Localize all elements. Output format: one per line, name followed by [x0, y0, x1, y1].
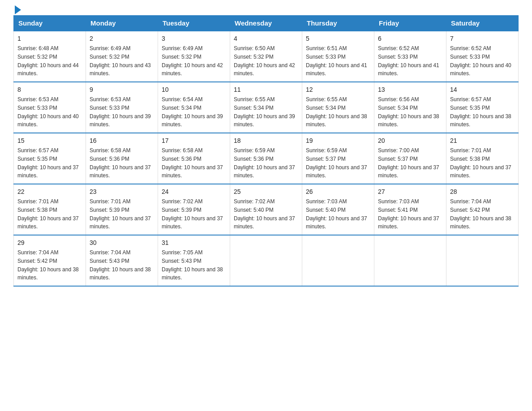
- day-info: Sunrise: 7:01 AMSunset: 5:39 PMDaylight:…: [90, 198, 151, 230]
- day-info: Sunrise: 6:51 AMSunset: 5:33 PMDaylight:…: [306, 45, 367, 77]
- day-number: 2: [90, 34, 154, 43]
- calendar-cell: 13Sunrise: 6:56 AMSunset: 5:34 PMDayligh…: [374, 82, 446, 133]
- day-number: 29: [17, 238, 82, 248]
- day-number: 11: [234, 85, 298, 94]
- day-info: Sunrise: 6:58 AMSunset: 5:36 PMDaylight:…: [90, 147, 151, 179]
- day-info: Sunrise: 7:05 AMSunset: 5:43 PMDaylight:…: [162, 249, 223, 281]
- calendar-cell: 4Sunrise: 6:50 AMSunset: 5:32 PMDaylight…: [230, 31, 302, 82]
- calendar-cell: 19Sunrise: 6:59 AMSunset: 5:37 PMDayligh…: [302, 133, 374, 184]
- day-header-saturday: Saturday: [446, 16, 519, 31]
- day-number: 14: [450, 85, 515, 94]
- day-info: Sunrise: 7:04 AMSunset: 5:42 PMDaylight:…: [450, 198, 511, 230]
- calendar-cell: 6Sunrise: 6:52 AMSunset: 5:33 PMDaylight…: [374, 31, 446, 82]
- day-info: Sunrise: 7:02 AMSunset: 5:40 PMDaylight:…: [234, 198, 295, 230]
- day-number: 7: [450, 34, 515, 43]
- calendar-table: SundayMondayTuesdayWednesdayThursdayFrid…: [13, 15, 519, 287]
- calendar-cell: 20Sunrise: 7:00 AMSunset: 5:37 PMDayligh…: [374, 133, 446, 184]
- calendar-cell: 26Sunrise: 7:03 AMSunset: 5:40 PMDayligh…: [302, 184, 374, 235]
- day-number: 23: [90, 187, 154, 197]
- calendar-cell: [446, 235, 519, 286]
- calendar-cell: [230, 235, 302, 286]
- calendar-cell: 25Sunrise: 7:02 AMSunset: 5:40 PMDayligh…: [230, 184, 302, 235]
- day-number: 30: [90, 238, 154, 248]
- day-header-friday: Friday: [374, 16, 446, 31]
- day-info: Sunrise: 6:48 AMSunset: 5:32 PMDaylight:…: [17, 45, 79, 77]
- calendar-week-row: 29Sunrise: 7:04 AMSunset: 5:42 PMDayligh…: [14, 235, 519, 286]
- day-number: 16: [90, 136, 154, 146]
- day-number: 12: [306, 85, 370, 94]
- day-number: 3: [162, 34, 226, 43]
- day-header-monday: Monday: [86, 16, 158, 31]
- day-number: 8: [17, 85, 82, 94]
- day-info: Sunrise: 7:03 AMSunset: 5:40 PMDaylight:…: [306, 198, 367, 230]
- day-info: Sunrise: 6:57 AMSunset: 5:35 PMDaylight:…: [450, 96, 511, 128]
- calendar-cell: 16Sunrise: 6:58 AMSunset: 5:36 PMDayligh…: [86, 133, 158, 184]
- day-info: Sunrise: 6:55 AMSunset: 5:34 PMDaylight:…: [306, 96, 367, 128]
- day-number: 1: [17, 34, 82, 43]
- calendar-cell: 7Sunrise: 6:52 AMSunset: 5:33 PMDaylight…: [446, 31, 519, 82]
- day-info: Sunrise: 6:53 AMSunset: 5:33 PMDaylight:…: [90, 96, 151, 128]
- calendar-cell: 11Sunrise: 6:55 AMSunset: 5:34 PMDayligh…: [230, 82, 302, 133]
- calendar-cell: 22Sunrise: 7:01 AMSunset: 5:38 PMDayligh…: [14, 184, 86, 235]
- calendar-cell: 2Sunrise: 6:49 AMSunset: 5:32 PMDaylight…: [86, 31, 158, 82]
- day-info: Sunrise: 7:01 AMSunset: 5:38 PMDaylight:…: [450, 147, 511, 179]
- day-number: 26: [306, 187, 370, 197]
- calendar-cell: 28Sunrise: 7:04 AMSunset: 5:42 PMDayligh…: [446, 184, 519, 235]
- calendar-cell: [374, 235, 446, 286]
- day-info: Sunrise: 6:55 AMSunset: 5:34 PMDaylight:…: [234, 96, 295, 128]
- calendar-week-row: 15Sunrise: 6:57 AMSunset: 5:35 PMDayligh…: [14, 133, 519, 184]
- day-info: Sunrise: 7:04 AMSunset: 5:42 PMDaylight:…: [17, 249, 79, 281]
- calendar-cell: 3Sunrise: 6:49 AMSunset: 5:32 PMDaylight…: [158, 31, 230, 82]
- day-info: Sunrise: 6:59 AMSunset: 5:37 PMDaylight:…: [306, 147, 367, 179]
- day-header-sunday: Sunday: [14, 16, 86, 31]
- calendar-cell: 17Sunrise: 6:58 AMSunset: 5:36 PMDayligh…: [158, 133, 230, 184]
- calendar-cell: 23Sunrise: 7:01 AMSunset: 5:39 PMDayligh…: [86, 184, 158, 235]
- calendar-cell: 18Sunrise: 6:59 AMSunset: 5:36 PMDayligh…: [230, 133, 302, 184]
- day-info: Sunrise: 6:58 AMSunset: 5:36 PMDaylight:…: [162, 147, 223, 179]
- calendar-cell: 8Sunrise: 6:53 AMSunset: 5:33 PMDaylight…: [14, 82, 86, 133]
- day-info: Sunrise: 7:03 AMSunset: 5:41 PMDaylight:…: [378, 198, 439, 230]
- day-info: Sunrise: 6:49 AMSunset: 5:32 PMDaylight:…: [162, 45, 223, 77]
- day-info: Sunrise: 7:04 AMSunset: 5:43 PMDaylight:…: [90, 249, 151, 281]
- calendar-header-row: SundayMondayTuesdayWednesdayThursdayFrid…: [14, 16, 519, 31]
- day-info: Sunrise: 7:01 AMSunset: 5:38 PMDaylight:…: [17, 198, 79, 230]
- day-number: 15: [17, 136, 82, 146]
- calendar-cell: 12Sunrise: 6:55 AMSunset: 5:34 PMDayligh…: [302, 82, 374, 133]
- day-header-thursday: Thursday: [302, 16, 374, 31]
- day-info: Sunrise: 6:52 AMSunset: 5:33 PMDaylight:…: [378, 45, 439, 77]
- calendar-cell: 24Sunrise: 7:02 AMSunset: 5:39 PMDayligh…: [158, 184, 230, 235]
- day-header-wednesday: Wednesday: [230, 16, 302, 31]
- day-number: 24: [162, 187, 226, 197]
- calendar-week-row: 8Sunrise: 6:53 AMSunset: 5:33 PMDaylight…: [14, 82, 519, 133]
- calendar-cell: 9Sunrise: 6:53 AMSunset: 5:33 PMDaylight…: [86, 82, 158, 133]
- calendar-cell: 1Sunrise: 6:48 AMSunset: 5:32 PMDaylight…: [14, 31, 86, 82]
- day-info: Sunrise: 6:57 AMSunset: 5:35 PMDaylight:…: [17, 147, 79, 179]
- calendar-week-row: 1Sunrise: 6:48 AMSunset: 5:32 PMDaylight…: [14, 31, 519, 82]
- calendar-cell: 10Sunrise: 6:54 AMSunset: 5:34 PMDayligh…: [158, 82, 230, 133]
- day-info: Sunrise: 6:59 AMSunset: 5:36 PMDaylight:…: [234, 147, 295, 179]
- calendar-cell: 29Sunrise: 7:04 AMSunset: 5:42 PMDayligh…: [14, 235, 86, 286]
- day-number: 10: [162, 85, 226, 94]
- calendar-cell: [302, 235, 374, 286]
- calendar-cell: 30Sunrise: 7:04 AMSunset: 5:43 PMDayligh…: [86, 235, 158, 286]
- calendar-cell: 27Sunrise: 7:03 AMSunset: 5:41 PMDayligh…: [374, 184, 446, 235]
- day-info: Sunrise: 6:50 AMSunset: 5:32 PMDaylight:…: [234, 45, 295, 77]
- day-header-tuesday: Tuesday: [158, 16, 230, 31]
- calendar-cell: 15Sunrise: 6:57 AMSunset: 5:35 PMDayligh…: [14, 133, 86, 184]
- day-info: Sunrise: 7:00 AMSunset: 5:37 PMDaylight:…: [378, 147, 439, 179]
- day-number: 28: [450, 187, 515, 197]
- day-number: 25: [234, 187, 298, 197]
- calendar-cell: 5Sunrise: 6:51 AMSunset: 5:33 PMDaylight…: [302, 31, 374, 82]
- day-number: 4: [234, 34, 298, 43]
- day-number: 21: [450, 136, 515, 146]
- day-number: 22: [17, 187, 82, 197]
- day-number: 27: [378, 187, 442, 197]
- day-info: Sunrise: 6:54 AMSunset: 5:34 PMDaylight:…: [162, 96, 223, 128]
- calendar-cell: 31Sunrise: 7:05 AMSunset: 5:43 PMDayligh…: [158, 235, 230, 286]
- calendar-week-row: 22Sunrise: 7:01 AMSunset: 5:38 PMDayligh…: [14, 184, 519, 235]
- day-number: 31: [162, 238, 226, 248]
- day-number: 17: [162, 136, 226, 146]
- day-info: Sunrise: 6:53 AMSunset: 5:33 PMDaylight:…: [17, 96, 79, 128]
- day-info: Sunrise: 6:56 AMSunset: 5:34 PMDaylight:…: [378, 96, 439, 128]
- day-number: 20: [378, 136, 442, 146]
